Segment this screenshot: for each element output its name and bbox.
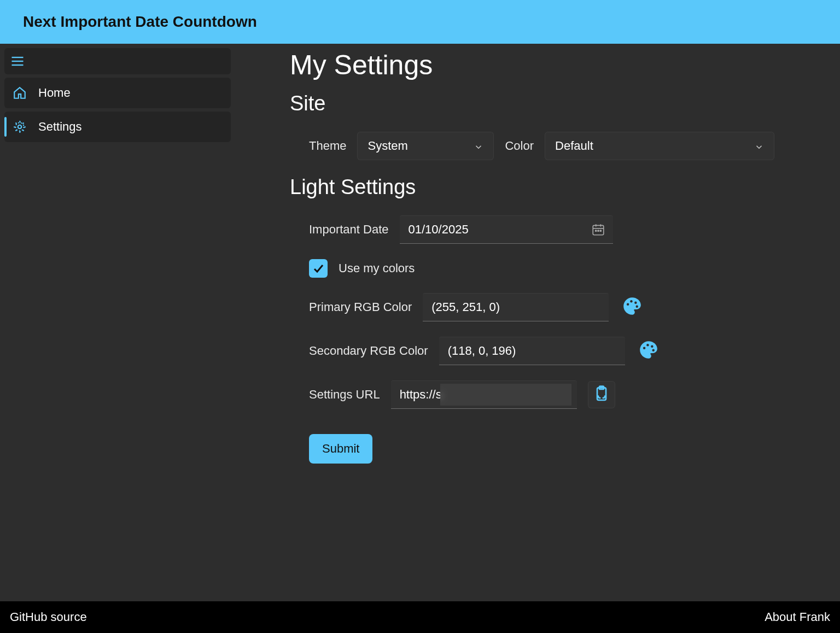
github-source-link[interactable]: GitHub source	[10, 610, 87, 624]
use-my-colors-checkbox[interactable]	[309, 259, 328, 278]
date-row: Important Date	[290, 215, 818, 244]
svg-point-11	[627, 303, 629, 306]
about-link[interactable]: About Frank	[765, 610, 830, 624]
sidebar: Home Settings	[0, 44, 235, 601]
chevron-down-icon	[754, 141, 764, 151]
primary-color-input[interactable]	[423, 293, 609, 321]
svg-point-18	[652, 349, 654, 351]
submit-button[interactable]: Submit	[309, 434, 372, 464]
hamburger-icon	[10, 54, 25, 69]
clipboard-link-icon	[593, 385, 610, 405]
theme-select-value: System	[368, 139, 407, 153]
svg-point-16	[646, 344, 649, 346]
copy-url-button[interactable]	[588, 381, 615, 408]
site-row: Theme System Color Default	[290, 132, 818, 160]
svg-point-3	[18, 125, 22, 129]
secondary-color-row: Secondary RGB Color	[290, 337, 818, 365]
page-title: My Settings	[290, 49, 818, 81]
color-select[interactable]: Default	[545, 132, 774, 160]
svg-point-13	[634, 301, 637, 303]
theme-label: Theme	[309, 139, 346, 153]
important-date-input[interactable]	[400, 215, 613, 244]
sidebar-item-label: Settings	[38, 120, 82, 134]
footer: GitHub source About Frank	[0, 601, 840, 633]
section-site-title: Site	[290, 92, 818, 115]
theme-select[interactable]: System	[357, 132, 494, 160]
primary-color-label: Primary RGB Color	[309, 300, 412, 314]
svg-point-17	[651, 345, 653, 347]
calendar-icon[interactable]	[591, 222, 605, 237]
use-colors-row: Use my colors	[290, 259, 818, 278]
settings-url-label: Settings URL	[309, 388, 380, 402]
svg-point-12	[630, 300, 632, 302]
section-light-title: Light Settings	[290, 175, 818, 199]
use-my-colors-label: Use my colors	[339, 261, 415, 276]
settings-url-row: Settings URL	[290, 380, 818, 409]
sidebar-item-label: Home	[38, 86, 71, 100]
palette-icon	[638, 339, 659, 362]
settings-url-input[interactable]	[391, 380, 577, 409]
palette-icon	[622, 296, 643, 319]
svg-point-8	[595, 230, 596, 231]
sidebar-item-home[interactable]: Home	[4, 78, 231, 108]
svg-point-9	[597, 230, 598, 231]
sidebar-item-settings[interactable]: Settings	[4, 112, 231, 142]
svg-point-10	[600, 230, 601, 231]
secondary-color-picker-button[interactable]	[636, 338, 661, 364]
color-select-value: Default	[555, 139, 593, 153]
svg-point-15	[643, 347, 645, 349]
app-header: Next Important Date Countdown	[0, 0, 840, 44]
chevron-down-icon	[474, 141, 483, 151]
app-title: Next Important Date Countdown	[23, 13, 817, 31]
secondary-color-label: Secondary RGB Color	[309, 344, 428, 358]
primary-color-row: Primary RGB Color	[290, 293, 818, 321]
svg-point-14	[636, 306, 638, 308]
primary-color-picker-button[interactable]	[620, 295, 645, 320]
color-label: Color	[505, 139, 534, 153]
gear-icon	[12, 119, 27, 134]
menu-toggle-button[interactable]	[4, 48, 231, 74]
main-content: My Settings Site Theme System Color Defa…	[235, 44, 840, 601]
secondary-color-input[interactable]	[439, 337, 625, 365]
important-date-label: Important Date	[309, 222, 389, 237]
home-icon	[12, 85, 27, 101]
